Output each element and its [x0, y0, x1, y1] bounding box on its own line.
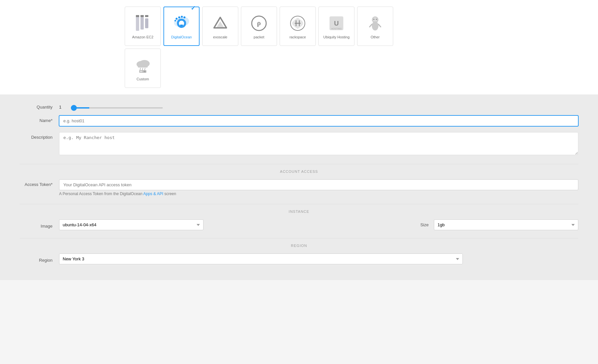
provider-card-ubiquity[interactable]: U HOSTING Ubiquity Hosting [318, 7, 354, 46]
packet-icon: ρ [249, 13, 269, 33]
quantity-value: 1 [59, 105, 66, 110]
svg-point-40 [144, 71, 145, 72]
amazon-ec2-icon [133, 13, 153, 33]
region-row: Region New York 1 New York 2 New York 3 … [20, 253, 578, 264]
name-row: Name* [20, 115, 578, 126]
access-token-input[interactable] [59, 179, 578, 190]
svg-point-28 [373, 19, 374, 20]
ubiquity-icon: U HOSTING [327, 13, 346, 33]
svg-point-29 [376, 19, 377, 20]
description-control [59, 132, 578, 156]
region-select[interactable]: New York 1 New York 2 New York 3 San Fra… [59, 253, 463, 264]
description-row: Description [20, 132, 578, 156]
region-divider: REGION [20, 238, 578, 248]
quantity-slider[interactable] [71, 107, 163, 109]
provider-card-other[interactable]: Other [357, 7, 393, 46]
region-control: New York 1 New York 2 New York 3 San Fra… [59, 253, 578, 264]
svg-point-16 [175, 20, 176, 22]
rackspace-icon [288, 13, 308, 33]
svg-rect-0 [136, 16, 139, 31]
name-label: Name* [20, 115, 59, 123]
svg-rect-2 [145, 18, 148, 28]
svg-text:U: U [334, 20, 339, 27]
provider-card-packet[interactable]: ρ packet [241, 7, 277, 46]
provider-card-custom[interactable]: Custom [125, 49, 161, 88]
size-control: 512mb 1gb 2gb 4gb [434, 219, 578, 230]
image-control: ubuntu-14-04-x64 ubuntu-16-04-x64 centos… [59, 219, 203, 230]
name-input[interactable] [59, 115, 578, 126]
svg-point-14 [181, 16, 183, 18]
svg-rect-4 [140, 15, 144, 17]
description-input[interactable] [59, 132, 578, 155]
svg-rect-5 [145, 15, 148, 17]
exoscale-icon [210, 13, 230, 33]
provider-card-exoscale[interactable]: exoscale [202, 7, 238, 46]
svg-rect-11 [180, 27, 182, 28]
quantity-label: Quantity [20, 105, 59, 110]
svg-point-12 [176, 18, 178, 20]
image-size-row: Image ubuntu-14-04-x64 ubuntu-16-04-x64 … [20, 219, 578, 230]
form-section: Quantity 1 Name* Description ACCOUNT ACC… [0, 94, 598, 280]
svg-point-15 [183, 16, 185, 18]
packet-label: packet [254, 35, 264, 39]
svg-point-13 [178, 16, 180, 18]
other-icon [365, 13, 385, 33]
svg-rect-39 [140, 71, 142, 72]
digitalocean-icon [172, 13, 191, 33]
account-access-divider: ACCOUNT ACCESS [20, 164, 578, 173]
svg-line-30 [370, 24, 372, 27]
ubiquity-label: Ubiquity Hosting [323, 35, 350, 39]
svg-rect-1 [140, 17, 144, 30]
size-label: Size [409, 222, 429, 227]
provider-card-digitalocean[interactable]: ✓ Digita [163, 7, 200, 46]
instance-divider: INSTANCE [20, 204, 578, 213]
custom-icon [133, 55, 153, 75]
rackspace-label: rackspace [289, 35, 306, 39]
other-label: Other [371, 35, 380, 39]
svg-line-31 [378, 24, 381, 27]
provider-section: Amazon EC2 ✓ [0, 0, 598, 94]
custom-label: Custom [137, 77, 149, 81]
name-control [59, 115, 578, 126]
provider-card-amazon-ec2[interactable]: Amazon EC2 [125, 7, 161, 46]
svg-point-27 [372, 21, 378, 30]
svg-rect-3 [136, 15, 139, 17]
size-select[interactable]: 512mb 1gb 2gb 4gb [434, 219, 578, 230]
description-label: Description [20, 132, 59, 140]
region-label: Region [20, 255, 59, 263]
selected-checkmark: ✓ [191, 5, 196, 12]
amazon-ec2-label: Amazon EC2 [132, 35, 154, 39]
quantity-row: Quantity 1 [20, 104, 578, 110]
svg-text:HOSTING: HOSTING [331, 28, 342, 30]
apps-api-link[interactable]: Apps & API [143, 192, 163, 196]
access-token-row: Access Token* A Personal Access Token fr… [20, 179, 578, 196]
provider-grid: Amazon EC2 ✓ [125, 7, 598, 46]
svg-rect-10 [180, 25, 183, 26]
access-token-control: A Personal Access Token from the Digital… [59, 179, 578, 196]
svg-rect-34 [138, 64, 148, 68]
digitalocean-label: DigitalOcean [171, 35, 192, 39]
image-select[interactable]: ubuntu-14-04-x64 ubuntu-16-04-x64 centos… [59, 219, 203, 230]
access-token-help: A Personal Access Token from the Digital… [59, 192, 578, 196]
exoscale-label: exoscale [213, 35, 227, 39]
quantity-slider-wrap [71, 104, 578, 110]
image-label: Image [20, 221, 59, 229]
provider-card-rackspace[interactable]: rackspace [280, 7, 316, 46]
access-token-label: Access Token* [20, 179, 59, 187]
svg-text:ρ: ρ [257, 19, 261, 27]
